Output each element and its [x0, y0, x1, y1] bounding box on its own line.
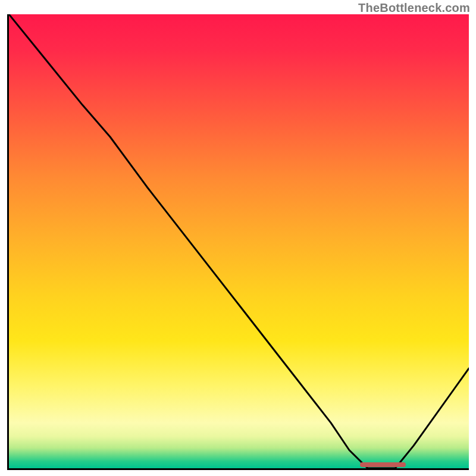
- optimal-range-marker: [360, 462, 406, 467]
- bottleneck-curve: [9, 14, 469, 468]
- chart-container: TheBottleneck.com: [0, 0, 476, 476]
- plot-area: [7, 14, 469, 470]
- attribution-text: TheBottleneck.com: [358, 1, 470, 15]
- curve-path: [9, 14, 469, 468]
